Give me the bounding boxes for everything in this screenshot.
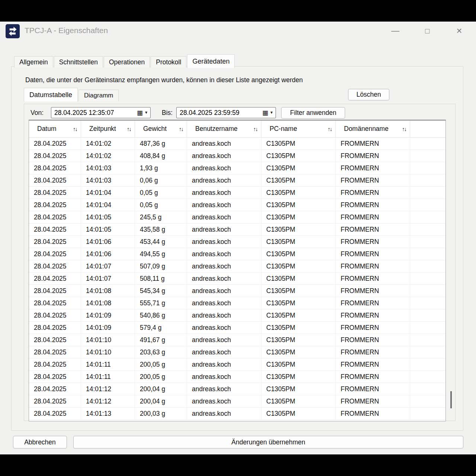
table-cell: 435,58 g (135, 223, 187, 235)
table-cell: FROMMERN (336, 138, 410, 149)
table-row[interactable]: 28.04.202514:01:05435,58 gandreas.kochC1… (29, 223, 446, 236)
column-header-benutzername[interactable]: Benutzername↑↓ (187, 120, 261, 137)
table-row[interactable]: 28.04.202514:01:07507,09 gandreas.kochC1… (29, 260, 446, 273)
sort-icon[interactable]: ↑↓ (127, 126, 131, 132)
table-row[interactable]: 28.04.202514:01:09540,86 gandreas.kochC1… (29, 309, 446, 322)
table-row[interactable]: 28.04.202514:01:040,05 gandreas.kochC130… (29, 187, 446, 199)
datumstabelle-panel: Von: ▦ ▼ Bis: ▦ ▼ Filter anwenden (24, 104, 456, 421)
column-header-zeitpunkt[interactable]: Zeitpunkt↑↓ (81, 120, 135, 137)
table-row[interactable]: 28.04.202514:01:06453,44 gandreas.kochC1… (29, 236, 446, 248)
table-cell: 200,05 g (135, 371, 187, 383)
table-row[interactable]: 28.04.202514:01:07508,11 gandreas.kochC1… (29, 273, 446, 285)
column-header-pc-name[interactable]: PC-name↑↓ (261, 120, 336, 137)
calendar-icon[interactable]: ▦ (262, 110, 268, 116)
table-row[interactable]: 28.04.202514:01:030,06 gandreas.kochC130… (29, 174, 446, 187)
chevron-down-icon[interactable]: ▼ (144, 111, 148, 115)
table-cell: 487,36 g (135, 138, 187, 149)
table-cell: FROMMERN (336, 162, 410, 174)
bis-date-input[interactable] (180, 109, 262, 117)
sort-icon[interactable]: ↑↓ (328, 126, 332, 132)
table-cell: 28.04.2025 (29, 334, 81, 346)
table-row[interactable]: 28.04.202514:01:11200,05 gandreas.kochC1… (29, 358, 446, 371)
table-cell: 14:01:10 (81, 334, 135, 346)
cancel-button[interactable]: Abbrechen (13, 436, 67, 448)
table-row[interactable]: 28.04.202514:01:10203,63 gandreas.kochC1… (29, 346, 446, 358)
table-cell (410, 223, 446, 235)
table-cell (410, 260, 446, 272)
table-cell: FROMMERN (336, 260, 410, 272)
table-cell: 14:01:10 (81, 346, 135, 358)
vertical-scrollbar-thumb[interactable] (450, 391, 452, 408)
apply-filter-button[interactable]: Filter anwenden (281, 107, 345, 119)
sort-icon[interactable]: ↑↓ (73, 126, 77, 132)
properties-dialog: TPCJ-A - Eigenschaften — □ ✕ AllgemeinSc… (0, 22, 476, 454)
tab-schnittstellen[interactable]: Schnittstellen (54, 56, 103, 68)
table-cell: 408,84 g (135, 150, 187, 162)
table-cell: C1305PM (261, 322, 336, 334)
table-cell (410, 162, 446, 174)
table-row[interactable]: 28.04.202514:01:12200,04 gandreas.kochC1… (29, 383, 446, 395)
table-cell: FROMMERN (336, 371, 410, 383)
tab-gerätedaten[interactable]: Gerätedaten (187, 54, 235, 68)
table-row[interactable]: 28.04.202514:01:08555,71 gandreas.kochC1… (29, 297, 446, 309)
column-header-datum[interactable]: Datum↑↓ (29, 120, 81, 137)
table-cell (410, 346, 446, 358)
table-cell: andreas.koch (187, 223, 261, 235)
table-cell: 28.04.2025 (29, 358, 81, 370)
table-cell: 28.04.2025 (29, 187, 81, 199)
sort-icon[interactable]: ↑↓ (402, 126, 406, 132)
apply-changes-button[interactable]: Änderungen übernehmen (73, 436, 463, 448)
subtab-diagramm[interactable]: Diagramm (78, 90, 119, 101)
table-cell: andreas.koch (187, 383, 261, 395)
table-row[interactable]: 28.04.202514:01:12200,04 gandreas.kochC1… (29, 395, 446, 408)
table-cell: andreas.koch (187, 371, 261, 383)
calendar-icon[interactable]: ▦ (137, 110, 143, 116)
tab-operationen[interactable]: Operationen (104, 56, 150, 68)
table-row[interactable]: 28.04.202514:01:02408,84 gandreas.kochC1… (29, 150, 446, 162)
tab-allgemein[interactable]: Allgemein (14, 56, 53, 68)
table-row[interactable]: 28.04.202514:01:031,93 gandreas.kochC130… (29, 162, 446, 174)
table-row[interactable]: 28.04.202514:01:05245,5 gandreas.kochC13… (29, 211, 446, 223)
table-cell: 14:01:11 (81, 371, 135, 383)
chevron-down-icon[interactable]: ▼ (270, 111, 273, 115)
column-header-domänenname[interactable]: Domänenname↑↓ (336, 120, 410, 137)
table-cell (410, 138, 446, 149)
tab-protokoll[interactable]: Protokoll (151, 56, 186, 68)
table-cell: C1305PM (261, 260, 336, 272)
table-row[interactable]: 28.04.202514:01:040,05 gandreas.kochC130… (29, 199, 446, 211)
table-cell: FROMMERN (336, 334, 410, 346)
column-label: Gewicht (143, 125, 167, 133)
von-datepicker[interactable]: ▦ ▼ (51, 107, 151, 118)
column-header-gewicht[interactable]: Gewicht↑↓ (135, 120, 187, 137)
table-row[interactable]: 28.04.202514:01:09579,4 gandreas.kochC13… (29, 322, 446, 334)
table-cell: C1305PM (261, 248, 336, 260)
von-label: Von: (30, 109, 44, 117)
table-cell (410, 371, 446, 383)
table-row[interactable]: 28.04.202514:01:10491,67 gandreas.kochC1… (29, 334, 446, 346)
table-cell: FROMMERN (336, 211, 410, 223)
table-cell: FROMMERN (336, 297, 410, 309)
table-row[interactable]: 28.04.202514:01:08545,34 gandreas.kochC1… (29, 285, 446, 297)
close-button[interactable]: ✕ (451, 24, 468, 38)
table-cell: 28.04.2025 (29, 199, 81, 211)
column-label: Zeitpunkt (89, 125, 116, 133)
sort-icon[interactable]: ↑↓ (179, 126, 183, 132)
table-cell: 14:01:09 (81, 309, 135, 321)
table-row[interactable]: 28.04.202514:01:06494,55 gandreas.kochC1… (29, 248, 446, 260)
von-date-input[interactable] (54, 109, 137, 117)
sort-icon[interactable]: ↑↓ (253, 126, 257, 132)
geraetedaten-tab-page: Daten, die unter der Geräteinstanz empfa… (11, 66, 463, 431)
minimize-button[interactable]: — (387, 24, 404, 38)
title-bar[interactable]: TPCJ-A - Eigenschaften — □ ✕ (0, 22, 476, 41)
delete-button[interactable]: Löschen (348, 89, 389, 100)
table-cell: 28.04.2025 (29, 297, 81, 309)
table-row[interactable]: 28.04.202514:01:02487,36 gandreas.kochC1… (29, 138, 446, 150)
table-row[interactable]: 28.04.202514:01:11200,05 gandreas.kochC1… (29, 371, 446, 383)
bis-datepicker[interactable]: ▦ ▼ (176, 107, 276, 118)
table-cell: C1305PM (261, 174, 336, 186)
table-row[interactable]: 28.04.202514:01:13200,03 gandreas.kochC1… (29, 408, 446, 420)
table-cell: FROMMERN (336, 408, 410, 419)
maximize-button[interactable]: □ (419, 24, 436, 38)
subtab-datumstabelle[interactable]: Datumstabelle (24, 88, 78, 102)
table-header-row: Datum↑↓Zeitpunkt↑↓Gewicht↑↓Benutzername↑… (29, 120, 446, 138)
